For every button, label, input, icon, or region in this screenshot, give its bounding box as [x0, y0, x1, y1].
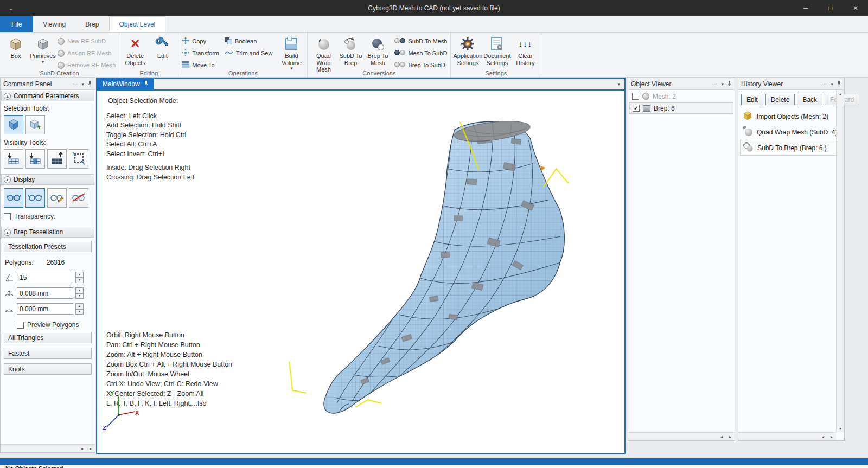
history-viewer-hscrollbar[interactable]: ◄ ► [738, 432, 836, 440]
all-triangles-button[interactable]: All Triangles [4, 332, 92, 343]
brep-to-mesh-button[interactable]: Brep To Mesh [365, 34, 390, 66]
edge-length-input[interactable] [17, 303, 73, 315]
transform-button[interactable]: Transform [182, 49, 219, 57]
spin-up-button[interactable]: ▲ [75, 303, 84, 309]
mesh-to-subd-label: Mesh To SubD [408, 50, 447, 56]
show-grid-icon [50, 152, 63, 166]
isolate-selection-tool-button[interactable] [69, 149, 88, 169]
display-off-button[interactable] [69, 188, 88, 208]
fastest-button[interactable]: Fastest [4, 348, 92, 359]
pin-icon[interactable] [837, 80, 841, 88]
tab-file[interactable]: File [0, 16, 33, 32]
pin-icon[interactable] [727, 80, 732, 88]
back-history-button[interactable]: Back [797, 94, 822, 105]
box-button[interactable]: Box [3, 34, 28, 60]
spin-down-button[interactable]: ▼ [75, 278, 84, 284]
delete-history-button[interactable]: Delete [765, 94, 795, 105]
history-item-import-objects[interactable]: Import Objects (Mesh: 2) [740, 108, 843, 124]
spin-up-button[interactable]: ▲ [75, 272, 84, 278]
scroll-right-button[interactable]: ► [827, 433, 836, 440]
chevron-down-icon[interactable]: ▾ [831, 81, 833, 87]
clear-history-button[interactable]: ↓↓↓ Clear History [513, 34, 538, 66]
move-to-button[interactable]: Move To [182, 61, 219, 69]
section-brep-tessellation[interactable]: ▲ Brep Tessellation [1, 227, 94, 238]
display-shaded-button[interactable] [4, 188, 23, 208]
yellow-cube-icon [742, 110, 753, 123]
object-row-mesh[interactable]: Mesh: 2 [629, 91, 733, 102]
convert-spheres-icon [394, 38, 405, 44]
display-edit-button[interactable] [47, 188, 67, 208]
hide-unselected-tool-button[interactable] [25, 149, 45, 169]
scroll-right-button[interactable]: ► [86, 445, 95, 452]
knots-label: Knots [8, 366, 25, 373]
minimize-button[interactable]: ─ [793, 0, 818, 16]
history-viewer-vscrollbar[interactable]: ▲ ▼ [836, 90, 844, 432]
spin-down-button[interactable]: ▼ [75, 293, 84, 299]
scroll-left-button[interactable]: ◄ [717, 433, 726, 440]
transparency-checkbox[interactable] [4, 213, 11, 220]
bottom-accent-bar [0, 458, 868, 465]
history-item-subd-to-brep[interactable]: SubD To Brep (Brep: 6 ) [740, 140, 843, 156]
hide-selected-tool-button[interactable] [4, 149, 23, 169]
tab-viewing[interactable]: Viewing [33, 16, 75, 32]
brep-to-subd-button[interactable]: Brep To SubD [394, 61, 447, 69]
delete-objects-button[interactable]: ✕ Delete Objects [123, 34, 148, 66]
chevron-down-icon[interactable]: ▾ [613, 79, 624, 89]
mesh-to-subd-button[interactable]: Mesh To SubD [394, 49, 447, 57]
brep-visibility-checkbox[interactable]: ✓ [633, 105, 640, 112]
quad-wrap-mesh-button[interactable]: Quad Wrap Mesh [311, 34, 336, 73]
scroll-right-button[interactable]: ► [726, 433, 735, 440]
boolean-button[interactable]: Boolean [225, 37, 272, 46]
preview-polygons-checkbox[interactable] [17, 322, 24, 329]
maximize-button[interactable]: □ [818, 0, 843, 16]
show-all-tool-button[interactable] [47, 149, 67, 169]
command-panel-hscrollbar[interactable]: ◄ ► [1, 444, 95, 452]
tab-mainwindow[interactable]: MainWindow [97, 79, 154, 89]
new-re-subd-button[interactable]: New RE SubD [58, 37, 116, 46]
chevron-down-icon[interactable]: ▾ [721, 81, 724, 87]
section-command-parameters[interactable]: ▲ Command Parameters [1, 91, 94, 101]
distance-input[interactable] [17, 287, 73, 299]
scroll-left-button[interactable]: ◄ [78, 445, 86, 452]
angle-input[interactable] [17, 272, 73, 283]
remove-re-mesh-button[interactable]: Remove RE Mesh [58, 61, 116, 69]
chevron-down-icon[interactable]: ▾ [81, 81, 84, 87]
display-wireframe-button[interactable] [25, 188, 45, 208]
chord-height-icon [4, 289, 15, 298]
knots-button[interactable]: Knots [4, 363, 92, 375]
build-volume-button[interactable]: Build Volume ▾ [279, 34, 304, 71]
edit-history-button[interactable]: Edit [741, 94, 763, 105]
remove-re-mesh-label: Remove RE Mesh [67, 62, 116, 68]
edit-button[interactable]: Edit [150, 34, 175, 60]
copy-button[interactable]: Copy [182, 37, 219, 46]
spin-down-button[interactable]: ▼ [75, 309, 84, 315]
scroll-left-button[interactable]: ◄ [819, 433, 827, 440]
subd-to-brep-button[interactable]: SubD To Brep [338, 34, 363, 66]
tab-object-level[interactable]: Object Level [109, 16, 166, 32]
spin-up-button[interactable]: ▲ [75, 287, 84, 293]
viewport-canvas[interactable]: Object Selection Mode: Select: Left Clic… [97, 91, 624, 441]
tab-brep[interactable]: Brep [75, 16, 108, 32]
history-item-quad-wrap-mesh[interactable]: Quad Wrap Mesh (SubD: 4) [740, 124, 843, 140]
subd-to-mesh-button[interactable]: SubD To Mesh [394, 37, 447, 46]
mesh-visibility-checkbox[interactable] [632, 93, 639, 100]
section-display[interactable]: ▲ Display [1, 174, 94, 185]
pin-icon[interactable] [87, 80, 92, 88]
document-settings-button[interactable]: Document Settings [483, 34, 510, 66]
select-objects-tool-button[interactable] [4, 115, 23, 134]
close-button[interactable]: ✕ [843, 0, 868, 16]
scroll-up-button[interactable]: ▲ [836, 90, 845, 98]
assign-re-mesh-button[interactable]: Assign RE Mesh [58, 49, 116, 57]
transparency-label: Transparency: [14, 213, 55, 220]
scroll-down-button[interactable]: ▼ [836, 425, 845, 432]
primitives-button[interactable]: Primitives ▾ [30, 34, 55, 65]
object-row-brep[interactable]: ✓ Brep: 6 [629, 102, 733, 114]
select-subobjects-tool-button[interactable] [25, 115, 45, 134]
trim-and-sew-button[interactable]: Trim and Sew [225, 49, 272, 57]
quick-access-caret-icon[interactable]: ⌄ [0, 5, 22, 12]
pin-icon[interactable] [144, 80, 149, 88]
object-viewer-hscrollbar[interactable]: ◄ ► [628, 432, 735, 440]
tessellation-presets-button[interactable]: Tessellation Presets [4, 241, 92, 252]
application-settings-button[interactable]: Application Settings [454, 34, 481, 66]
group-operations: Copy Transform Move To Boolean [178, 33, 308, 77]
